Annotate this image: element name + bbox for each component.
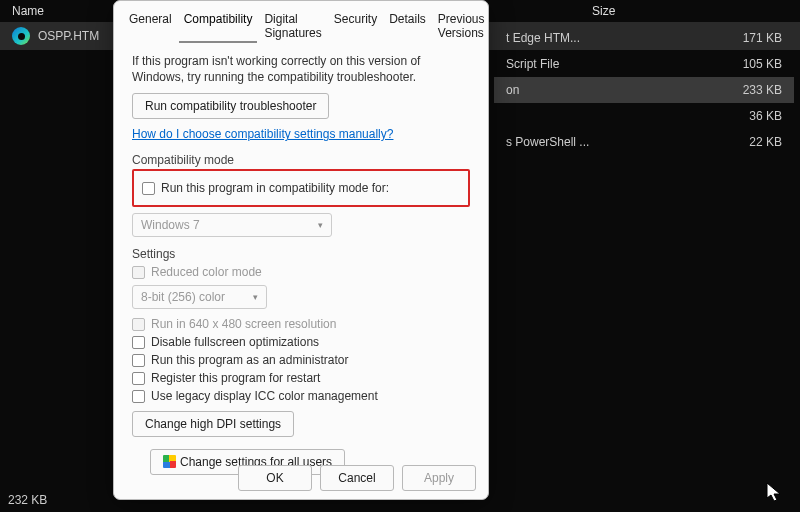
apply-button[interactable]: Apply (402, 465, 476, 491)
compat-os-select[interactable]: Windows 7 ▾ (132, 213, 332, 237)
run-as-admin-label: Run this program as an administrator (151, 353, 348, 367)
tab-general[interactable]: General (124, 9, 177, 43)
properties-dialog: General Compatibility Digital Signatures… (113, 0, 489, 500)
file-name: OSPP.HTM (38, 29, 99, 43)
legacy-icc-checkbox[interactable] (132, 390, 145, 403)
file-row-bg[interactable]: 36 KB (494, 103, 794, 129)
run-640x480-label: Run in 640 x 480 screen resolution (151, 317, 336, 331)
file-row-bg[interactable]: Script File105 KB (494, 51, 794, 77)
file-list-right: t Edge HTM...171 KB Script File105 KB on… (494, 25, 794, 155)
change-high-dpi-button[interactable]: Change high DPI settings (132, 411, 294, 437)
run-troubleshooter-button[interactable]: Run compatibility troubleshooter (132, 93, 329, 119)
file-row-bg[interactable]: s PowerShell ...22 KB (494, 129, 794, 155)
tab-details[interactable]: Details (384, 9, 431, 43)
help-text: If this program isn't working correctly … (132, 53, 470, 85)
chevron-down-icon: ▾ (253, 292, 258, 302)
tab-digital-signatures[interactable]: Digital Signatures (259, 9, 326, 43)
color-depth-select[interactable]: 8-bit (256) color ▾ (132, 285, 267, 309)
compat-group-label: Compatibility mode (132, 153, 470, 167)
dialog-footer: OK Cancel Apply (114, 457, 488, 499)
disable-fullscreen-checkbox[interactable] (132, 336, 145, 349)
file-row-bg[interactable]: t Edge HTM...171 KB (494, 25, 794, 51)
file-row-bg[interactable]: on233 KB (494, 77, 794, 103)
settings-group-label: Settings (132, 247, 470, 261)
compat-mode-label: Run this program in compatibility mode f… (161, 181, 389, 195)
legacy-icc-label: Use legacy display ICC color management (151, 389, 378, 403)
compat-group: Run this program in compatibility mode f… (132, 169, 470, 207)
tabs: General Compatibility Digital Signatures… (114, 1, 488, 43)
register-restart-checkbox[interactable] (132, 372, 145, 385)
disable-fullscreen-label: Disable fullscreen optimizations (151, 335, 319, 349)
register-restart-label: Register this program for restart (151, 371, 320, 385)
run-640x480-checkbox[interactable] (132, 318, 145, 331)
reduced-color-label: Reduced color mode (151, 265, 262, 279)
chevron-down-icon: ▾ (318, 220, 323, 230)
edge-icon (12, 27, 30, 45)
reduced-color-checkbox[interactable] (132, 266, 145, 279)
run-as-admin-checkbox[interactable] (132, 354, 145, 367)
tab-security[interactable]: Security (329, 9, 382, 43)
cancel-button[interactable]: Cancel (320, 465, 394, 491)
tab-compatibility[interactable]: Compatibility (179, 9, 258, 43)
ok-button[interactable]: OK (238, 465, 312, 491)
col-size[interactable]: Size (572, 4, 652, 18)
status-size: 232 KB (8, 493, 47, 507)
tab-previous-versions[interactable]: Previous Versions (433, 9, 490, 43)
compat-mode-checkbox[interactable] (142, 182, 155, 195)
help-link[interactable]: How do I choose compatibility settings m… (132, 127, 393, 141)
